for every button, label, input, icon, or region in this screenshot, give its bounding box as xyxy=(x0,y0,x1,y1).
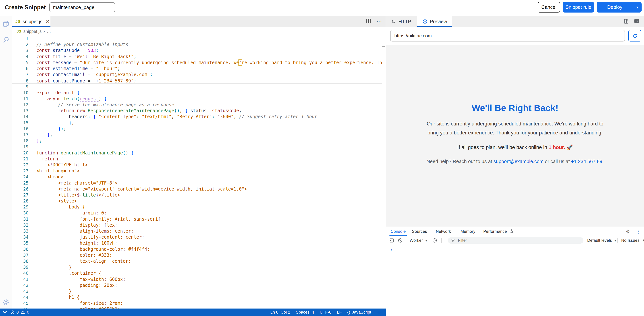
code-line[interactable]: 10export default { xyxy=(12,90,382,96)
code-line[interactable]: 3const statusCode = 503; xyxy=(12,48,382,54)
snippet-name-input[interactable] xyxy=(49,2,115,12)
devtools-tab-sources[interactable]: Sources xyxy=(412,229,427,234)
language-mode[interactable]: {} JavaScript xyxy=(348,310,371,315)
discord-chat-icon[interactable] xyxy=(634,18,640,25)
code-line[interactable]: 39 } xyxy=(12,264,382,270)
code-line[interactable]: 38 text-align: center; xyxy=(12,258,382,264)
encoding[interactable]: UTF-8 xyxy=(320,310,331,315)
console-output[interactable]: › xyxy=(386,245,644,316)
console-sidebar-toggle-icon[interactable] xyxy=(389,238,394,244)
deploy-label[interactable]: Deploy xyxy=(597,4,633,10)
refresh-button[interactable] xyxy=(628,30,642,42)
devtools-tab-console[interactable]: Console xyxy=(390,229,406,234)
settings-gear-icon[interactable] xyxy=(2,298,10,306)
breadcrumb[interactable]: JS snippet.js › … xyxy=(12,27,386,36)
search-icon[interactable] xyxy=(2,36,10,44)
code-line[interactable]: 1 xyxy=(12,36,382,42)
console-settings-gear-icon[interactable]: ⚙ xyxy=(642,237,644,243)
split-editor-icon[interactable] xyxy=(366,18,372,25)
code-line[interactable]: 27 <title>${title}</title> xyxy=(12,192,382,198)
deploy-caret-icon[interactable]: ▾ xyxy=(633,5,642,10)
cancel-button[interactable]: Cancel xyxy=(538,2,560,13)
code-line[interactable]: 41 max-width: 600px; xyxy=(12,276,382,282)
code-line[interactable]: 45 font-size: 2rem; xyxy=(12,300,382,306)
code-line[interactable]: 31 font-family: Arial, sans-serif; xyxy=(12,216,382,222)
filter-input[interactable] xyxy=(458,238,563,243)
url-input[interactable] xyxy=(390,30,625,42)
code-line[interactable]: 24 <head> xyxy=(12,174,382,180)
tab-http[interactable]: HTTP xyxy=(390,16,411,27)
cursor-position[interactable]: Ln 8, Col 2 xyxy=(270,310,290,315)
code-line[interactable]: 9 xyxy=(12,84,382,90)
issues-counter[interactable]: No Issues xyxy=(621,238,640,243)
code-line[interactable]: 20function generateMaintenancePage() { xyxy=(12,150,382,156)
code-line[interactable]: 2// Define your customizable inputs xyxy=(12,42,382,48)
code-line[interactable]: 33 align-items: center; xyxy=(12,228,382,234)
live-expression-eye-icon[interactable] xyxy=(432,238,437,244)
code-line[interactable]: 34 justify-content: center; xyxy=(12,234,382,240)
execution-context-dropdown[interactable]: Worker ▾ xyxy=(410,238,427,243)
devtools-tab-performance[interactable]: Performance xyxy=(483,229,507,234)
code-line[interactable]: 37 color: #333; xyxy=(12,252,382,258)
code-line[interactable]: 4const title = "We'll Be Right Back!"; xyxy=(12,54,382,60)
code-line[interactable]: 44 h1 { xyxy=(12,294,382,300)
log-levels-dropdown[interactable]: Default levels ▾ xyxy=(587,238,616,243)
phone-link[interactable]: +1 234 567 89 xyxy=(571,159,602,164)
console-prompt-row[interactable]: › xyxy=(386,245,644,254)
code-editor[interactable]: 12// Define your customizable inputs3con… xyxy=(12,36,382,308)
remote-indicator-icon[interactable]: >< xyxy=(2,310,7,315)
code-line[interactable]: 25 <meta charset="UTF-8"> xyxy=(12,180,382,186)
code-line[interactable]: 21 return ` xyxy=(12,156,382,162)
code-line[interactable]: 11 async fetch(request) { xyxy=(12,96,382,102)
tab-snippet-js[interactable]: JS snippet.js ✕ xyxy=(12,16,50,27)
eol-mode[interactable]: LF xyxy=(337,310,342,315)
devtools-tab-memory[interactable]: Memory xyxy=(460,229,475,234)
devtools-tab-network[interactable]: Network xyxy=(436,229,451,234)
app-root: Create Snippet Cancel Snippet rule Deplo… xyxy=(0,0,644,316)
code-line[interactable]: 23<html lang="en"> xyxy=(12,168,382,174)
code-line[interactable]: 40 .container { xyxy=(12,270,382,276)
notifications-bell-icon[interactable] xyxy=(377,310,381,314)
code-line[interactable]: 15 }, xyxy=(12,120,382,126)
more-actions-icon[interactable]: ⋯ xyxy=(376,20,382,23)
deploy-button[interactable]: Deploy ▾ xyxy=(597,2,642,13)
code-line[interactable]: 28 <style> xyxy=(12,198,382,204)
files-icon[interactable] xyxy=(2,20,10,28)
code-line[interactable]: 18}; xyxy=(12,138,382,144)
snippet-rule-button[interactable]: Snippet rule xyxy=(563,2,594,13)
code-line[interactable]: 8const contactPhone = "+1 234 567 89"; xyxy=(12,78,382,84)
code-line[interactable]: 19 xyxy=(12,144,382,150)
code-line[interactable]: 35 height: 100vh; xyxy=(12,240,382,246)
code-line[interactable]: 14 headers: { "Content-Type": "text/html… xyxy=(12,114,382,120)
code-line[interactable]: 22 <!DOCTYPE html> xyxy=(12,162,382,168)
clear-console-icon[interactable] xyxy=(398,238,403,244)
console-filter-box[interactable] xyxy=(448,237,584,244)
support-email-link[interactable]: support@example.com xyxy=(494,159,544,164)
code-line[interactable]: 26 <meta name="viewport" content="width=… xyxy=(12,186,382,192)
code-line[interactable]: 13 return new Response(generateMaintenan… xyxy=(12,108,382,114)
code-line[interactable]: 17 }, xyxy=(12,132,382,138)
code-line[interactable]: 42 padding: 20px; xyxy=(12,282,382,288)
code-line[interactable]: 43 } xyxy=(12,288,382,294)
code-line[interactable]: 30 margin: 0; xyxy=(12,210,382,216)
tab-close-icon[interactable]: ✕ xyxy=(46,19,50,25)
scrollbar-thumb[interactable] xyxy=(382,46,384,47)
code-line[interactable]: 46 color: #0056b3; xyxy=(12,306,382,308)
problems-indicator[interactable]: 0 0 xyxy=(10,310,29,315)
code-line-text: padding: 20px; xyxy=(36,282,117,288)
breadcrumb-file[interactable]: snippet.js xyxy=(23,29,42,34)
indentation[interactable]: Spaces: 4 xyxy=(296,310,314,315)
code-line[interactable]: 12 // Serve the maintenance page as a re… xyxy=(12,102,382,108)
code-line[interactable]: 16 }); xyxy=(12,126,382,132)
devtools-settings-gear-icon[interactable]: ⚙ xyxy=(626,228,630,235)
devtools-menu-kebab-icon[interactable]: ⋮ xyxy=(636,229,641,234)
code-line[interactable]: 7const contactEmail = "support@example.c… xyxy=(12,72,382,78)
code-line[interactable]: 6const estimatedTime = "1 hour"; xyxy=(12,66,382,72)
code-line[interactable]: 5const message = "Our site is currently … xyxy=(12,60,382,66)
code-line[interactable]: 29 body { xyxy=(12,204,382,210)
breadcrumb-more[interactable]: … xyxy=(47,29,51,34)
code-line[interactable]: 32 display: flex; xyxy=(12,222,382,228)
code-line[interactable]: 36 background-color: #f4f4f4; xyxy=(12,246,382,252)
tab-preview[interactable]: Preview xyxy=(417,16,452,27)
docs-book-icon[interactable] xyxy=(623,18,630,25)
